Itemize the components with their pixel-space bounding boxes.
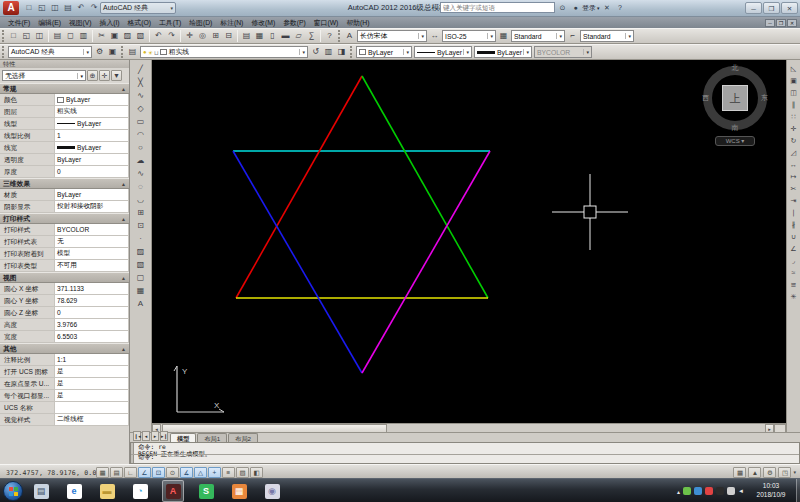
break-icon[interactable]: ∦ [788, 219, 800, 231]
star-line-blue-lower-left[interactable] [233, 151, 362, 373]
region-icon[interactable]: ▢ [134, 271, 147, 284]
zoom-realtime-icon[interactable]: ◎ [197, 30, 209, 42]
quickcalc-icon[interactable]: ∑ [306, 30, 318, 42]
viewcube[interactable]: 上 北 南 西 东 [701, 64, 769, 132]
undo-icon[interactable]: ↶ [153, 30, 165, 42]
erase-icon[interactable]: ◺ [788, 63, 800, 75]
gradient-icon[interactable]: ▧ [134, 258, 147, 271]
taskbar-s-app[interactable]: S [195, 480, 217, 502]
palette-section-header-1[interactable]: 三维效果▲ [0, 178, 129, 189]
start-button[interactable] [3, 481, 23, 501]
qat-new-icon[interactable]: □ [23, 2, 35, 14]
help-search-input[interactable] [440, 2, 555, 13]
layer-isolate-icon[interactable]: ◨ [336, 46, 348, 58]
ellipse-icon[interactable]: ◌ [134, 180, 147, 193]
menu-item-8[interactable]: 修改(M) [247, 17, 279, 28]
tray-qq-icon[interactable] [716, 487, 724, 495]
cut-icon[interactable]: ✂ [96, 30, 108, 42]
help-icon[interactable]: ? [615, 2, 626, 13]
menu-item-4[interactable]: 格式(O) [124, 17, 155, 28]
osnap-toggle[interactable]: ⊡ [152, 467, 165, 478]
ortho-toggle[interactable]: ∟ [124, 467, 137, 478]
table-icon[interactable]: ▦ [134, 284, 147, 297]
property-value[interactable]: 粗实线 [54, 106, 129, 118]
scale-icon[interactable]: ◿ [788, 147, 800, 159]
next-tab-icon[interactable]: ▸ [151, 431, 159, 441]
tray-green-icon[interactable] [683, 487, 691, 495]
property-value[interactable]: 是 [54, 378, 129, 390]
exchange-apps-icon[interactable]: ✕ [602, 2, 613, 13]
point-icon[interactable]: · [134, 232, 147, 245]
join-icon[interactable]: ∪ [788, 231, 800, 243]
clean-screen-icon[interactable]: ◳ [778, 467, 791, 478]
viewcube-west-label[interactable]: 西 [702, 93, 709, 103]
property-value[interactable]: ByLayer [54, 94, 129, 106]
polar-toggle[interactable]: ∠ [138, 467, 151, 478]
extend-icon[interactable]: ⇥ [788, 195, 800, 207]
menu-item-1[interactable]: 编辑(E) [34, 17, 65, 28]
command-prompt[interactable]: 命令: [138, 453, 154, 462]
break-at-point-icon[interactable]: ∣ [788, 207, 800, 219]
taskbar-clock[interactable]: 10:03 2018/10/9 [748, 482, 794, 499]
drawing-canvas[interactable]: YX 上 北 南 西 东 WCS ▾ ◂ ▸ [152, 60, 786, 432]
property-value[interactable]: ByLayer [54, 142, 129, 154]
model-space-icon[interactable]: ▦ [733, 467, 746, 478]
property-value[interactable]: 1 [54, 130, 129, 142]
fillet-icon[interactable]: ◞ [788, 255, 800, 267]
menu-item-5[interactable]: 工具(T) [155, 17, 185, 28]
viewcube-south-label[interactable]: 南 [701, 123, 769, 133]
snap-toggle[interactable]: ▦ [96, 467, 109, 478]
osnap3d-toggle[interactable]: ⊙ [166, 467, 179, 478]
redo-icon[interactable]: ↷ [166, 30, 178, 42]
explode-icon[interactable]: ✳ [788, 291, 800, 303]
pickadd-toggle-icon[interactable]: ⊕ [87, 70, 98, 81]
command-window[interactable]: 命令: reREGEN 正在重生成模型。 命令: [130, 442, 800, 464]
line-tool-icon[interactable]: ╱ [134, 63, 147, 76]
match-properties-icon[interactable]: ▧ [135, 30, 147, 42]
autocad-logo-icon[interactable]: A [3, 1, 19, 15]
revcloud-icon[interactable]: ☁ [134, 154, 147, 167]
dim-style-icon[interactable]: ↔ [429, 30, 441, 42]
hatch-icon[interactable]: ▨ [134, 245, 147, 258]
horizontal-scrollbar[interactable]: ◂ ▸ [152, 423, 786, 432]
last-tab-icon[interactable]: ▸❙ [160, 431, 168, 441]
layer-properties-icon[interactable]: ▤ [127, 46, 139, 58]
layer-states-icon[interactable]: ▥ [323, 46, 335, 58]
property-value[interactable]: 二维线框 [54, 414, 129, 426]
property-value[interactable]: 1:1 [54, 354, 129, 366]
publish-icon[interactable]: ▥ [78, 30, 90, 42]
zoom-window-icon[interactable]: ⊞ [210, 30, 222, 42]
align-icon[interactable]: ≌ [788, 279, 800, 291]
qat-save-icon[interactable]: ◫ [49, 2, 61, 14]
quickprops-toggle[interactable]: ◧ [250, 467, 263, 478]
tray-sync-icon[interactable] [727, 487, 735, 495]
select-objects-icon[interactable]: ✛ [99, 70, 110, 81]
menu-item-3[interactable]: 插入(I) [96, 17, 124, 28]
taskbar-explorer[interactable]: ▤ [30, 480, 52, 502]
ducs-toggle[interactable]: △ [194, 467, 207, 478]
workspaces-dropdown[interactable]: AutoCAD 经典▾ [8, 46, 92, 58]
tab-布局2[interactable]: 布局2 [228, 433, 258, 442]
taskbar-browser[interactable]: ◔ [129, 480, 151, 502]
property-value[interactable]: BYCOLOR [54, 224, 129, 236]
sheetset-manager-icon[interactable]: ▬ [280, 30, 292, 42]
workspace-settings-icon[interactable]: ⚙ [94, 46, 106, 58]
properties-btn-icon[interactable]: ▤ [241, 30, 253, 42]
linetype-control-dropdown[interactable]: ByLayer▾ [414, 46, 472, 58]
palette-section-header-3[interactable]: 视图▲ [0, 272, 129, 283]
star-line-magenta-lower-right[interactable] [362, 151, 490, 373]
move-icon[interactable]: ✛ [788, 123, 800, 135]
otrack-toggle[interactable]: ∡ [180, 467, 193, 478]
menu-item-11[interactable]: 帮助(H) [342, 17, 373, 28]
mtext-icon[interactable]: A [134, 297, 147, 310]
property-value[interactable]: 模型 [54, 248, 129, 260]
property-value[interactable]: 0 [54, 166, 129, 178]
property-value[interactable]: 78.629 [54, 295, 129, 307]
maximize-button[interactable]: ❐ [763, 2, 780, 14]
command-window-grip[interactable] [131, 443, 134, 463]
grid-toggle[interactable]: ▤ [110, 467, 123, 478]
pan-icon[interactable]: ✛ [184, 30, 196, 42]
offset-icon[interactable]: ∥ [788, 99, 800, 111]
annotation-scale-icon[interactable]: ▲ [748, 467, 761, 478]
mirror-icon[interactable]: ◫ [788, 87, 800, 99]
